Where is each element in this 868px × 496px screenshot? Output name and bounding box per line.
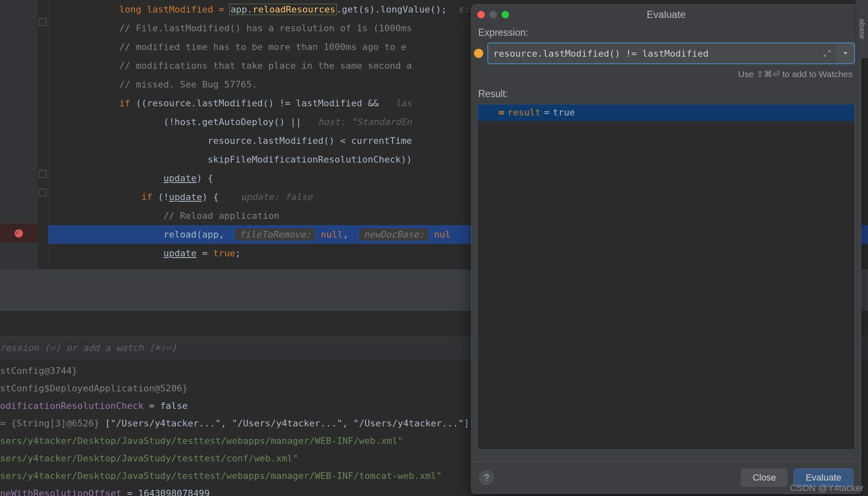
expression-field-wrap	[487, 43, 855, 64]
side-tab-database[interactable]: abase	[855, 0, 868, 58]
intention-bulb-icon[interactable]	[474, 49, 483, 58]
text: resource.lastModified() < currentTime	[119, 135, 412, 146]
text: (!host.getAutoDeploy() ||	[119, 117, 301, 127]
minimize-icon[interactable]	[489, 11, 497, 18]
value: null	[321, 229, 343, 240]
keyword: true	[213, 248, 235, 258]
text: long lastModified =	[119, 4, 230, 15]
param-hint: newDocBase:	[359, 228, 429, 240]
link-icon: ∞	[499, 104, 504, 121]
text: update	[163, 248, 196, 258]
value: nul	[434, 229, 451, 240]
comment: // modifications that take place in the …	[119, 60, 412, 71]
inline-hint: host: "StandardEn	[318, 117, 412, 127]
comment: // Reload application	[119, 210, 279, 221]
close-icon[interactable]	[477, 11, 485, 18]
breakpoint-icon	[15, 229, 23, 238]
comment: // modified time has to be more than 100…	[119, 42, 406, 52]
close-button[interactable]: Close	[741, 468, 788, 487]
inline-hint: update: false	[241, 192, 312, 202]
dialog-titlebar[interactable]: Evaluate	[472, 5, 861, 25]
inline-hint: las	[395, 98, 412, 108]
expand-icon[interactable]	[818, 43, 836, 63]
text: .	[247, 4, 253, 15]
breakpoint-marker[interactable]	[0, 224, 38, 243]
fold-marker[interactable]	[39, 170, 46, 178]
zoom-icon[interactable]	[502, 11, 509, 18]
window-controls	[477, 11, 509, 18]
comment: // missed. See Bug 57765.	[119, 79, 257, 90]
param-hint: fileToRemove:	[235, 228, 315, 240]
text: .get(s).longValue();	[336, 4, 447, 15]
evaluate-dialog: Evaluate Expression: Use ⇧⌘⏎ to add to W…	[471, 4, 861, 494]
history-dropdown[interactable]	[836, 43, 854, 63]
text: app	[231, 4, 247, 15]
fold-column	[38, 0, 48, 269]
shortcut-hint: Use ⇧⌘⏎ to add to Watches	[477, 69, 853, 79]
watermark: CSDN @Y4tacker	[790, 483, 864, 493]
comment: // File.lastModified() has a resolution …	[119, 23, 412, 33]
text: reloadResources	[253, 4, 336, 15]
gutter	[0, 0, 38, 269]
result-value: true	[553, 104, 575, 121]
result-label: Result:	[478, 88, 855, 100]
text: =	[544, 104, 549, 121]
expression-input[interactable]	[488, 43, 818, 63]
dialog-title: Evaluate	[477, 9, 855, 20]
help-button[interactable]: ?	[479, 470, 494, 485]
result-tree[interactable]: ∞ result = true	[477, 104, 855, 450]
result-row[interactable]: ∞ result = true	[478, 104, 855, 121]
expression-label: Expression:	[478, 27, 855, 38]
fold-marker[interactable]	[39, 189, 46, 196]
result-name: result	[507, 104, 540, 121]
text: skipFileModificationResolutionCheck))	[119, 154, 412, 165]
fold-marker[interactable]	[39, 18, 46, 26]
